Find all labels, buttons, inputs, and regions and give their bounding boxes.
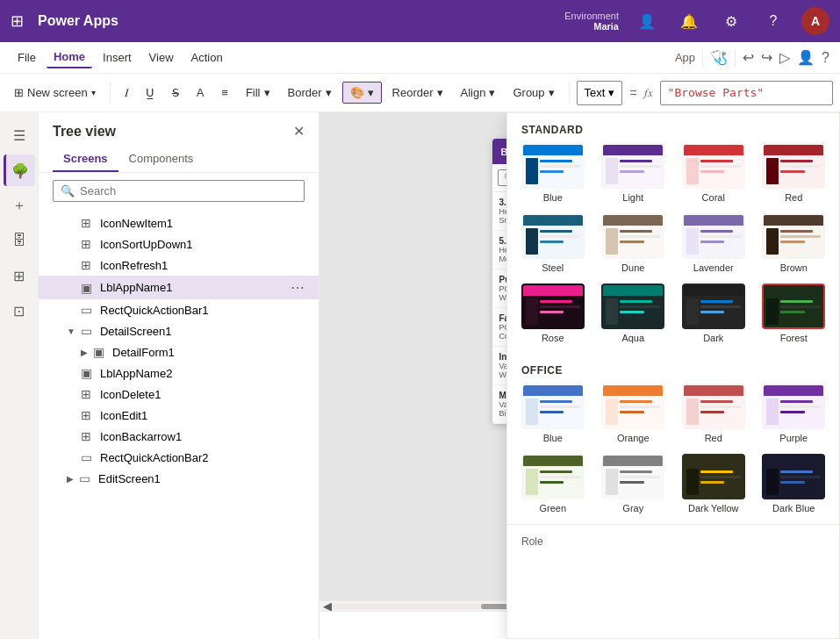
sidebar-icon-data[interactable]: 🗄	[4, 225, 35, 256]
share-icon[interactable]: 👤	[797, 49, 815, 66]
person-icon[interactable]: 👤	[633, 7, 661, 35]
align-label: Align	[461, 86, 486, 99]
format-italic-button[interactable]: 𝐼	[118, 83, 135, 104]
tree-item-iconEdit1[interactable]: ⊞ IconEdit1	[39, 405, 319, 426]
theme-office-red[interactable]: Red	[678, 384, 749, 443]
theme-dropdown-button[interactable]: 🎨 ▾	[342, 82, 382, 104]
tree-label-lblAppName2: LblAppName2	[100, 367, 305, 380]
theme-blue[interactable]: Blue	[518, 143, 588, 203]
help-icon[interactable]: ?	[759, 7, 787, 35]
top-bar-right: Environment Maria 👤 🔔 ⚙ ? A	[564, 7, 829, 35]
tree-item-lblAppName2[interactable]: ▣ LblAppName2	[39, 363, 319, 384]
fill-button[interactable]: Fill ▾	[239, 83, 277, 103]
tree-item-detailForm1[interactable]: ▶ ▣ DetailForm1	[39, 341, 319, 363]
menu-view[interactable]: View	[142, 47, 181, 68]
reorder-button[interactable]: Reorder ▾	[385, 83, 450, 103]
tree-label-iconNewItem1: IconNewItem1	[100, 217, 305, 230]
tree-item-iconSortUpDown1[interactable]: ⊞ IconSortUpDown1	[39, 233, 319, 255]
new-screen-button[interactable]: ⊞ New screen ▾	[7, 83, 103, 103]
tree-content: ⊞ IconNewItem1 ⊞ IconSortUpDown1 ⊞ IconR…	[39, 209, 319, 639]
align-button[interactable]: ≡	[214, 83, 235, 103]
theme-icon: 🎨	[350, 86, 364, 99]
sidebar-icon-plus[interactable]: ＋	[4, 190, 35, 221]
theme-office-orange-preview	[601, 384, 664, 429]
play-icon[interactable]: ▷	[779, 49, 790, 66]
formula-input[interactable]	[660, 81, 833, 105]
theme-red[interactable]: Red	[759, 143, 829, 203]
tree-item-lblAppName1[interactable]: ▣ LblAppName1 ⋯	[39, 276, 319, 299]
tree-item-iconNewItem1[interactable]: ⊞ IconNewItem1	[39, 212, 319, 233]
sidebar-icon-tree[interactable]: 🌳	[4, 154, 35, 186]
theme-aqua[interactable]: Aqua	[599, 284, 669, 343]
theme-light[interactable]: Light	[599, 143, 669, 203]
fill-label: Fill	[246, 86, 261, 99]
settings-icon[interactable]: ⚙	[717, 7, 745, 35]
theme-office-blue[interactable]: Blue	[518, 384, 588, 443]
format-strikethrough-button[interactable]: S̶	[165, 83, 186, 103]
theme-brown[interactable]: Brown	[759, 213, 829, 273]
menu-action[interactable]: Action	[184, 47, 230, 68]
menu-insert[interactable]: Insert	[96, 47, 139, 68]
tree-item-rectQuickActionBar1[interactable]: ▭ RectQuickActionBar1	[39, 299, 319, 320]
sidebar-icon-screens[interactable]: ⊞	[4, 260, 35, 291]
theme-dune[interactable]: Dune	[599, 213, 669, 273]
tree-item-iconBackarrow1[interactable]: ⊞ IconBackarrow1	[39, 426, 319, 447]
tree-item-iconRefresh1[interactable]: ⊞ IconRefresh1	[39, 255, 319, 276]
group-button[interactable]: Group ▾	[506, 83, 561, 103]
search-input[interactable]	[80, 184, 297, 197]
align-button2[interactable]: Align ▾	[454, 83, 503, 103]
sidebar-icon-expand[interactable]: ☰	[4, 119, 35, 151]
theme-office-gray[interactable]: Gray	[599, 454, 669, 513]
tree-item-iconDelete1[interactable]: ⊞ IconDelete1	[39, 384, 319, 405]
canvas-area: Browse Parts ⟳ 🔍 Search items 3.5 W/S He…	[319, 112, 840, 639]
tree-more-lblAppName1[interactable]: ⋯	[291, 279, 305, 296]
new-screen-label: New screen	[27, 86, 88, 99]
new-screen-dropdown-arrow: ▾	[91, 88, 96, 97]
menu-home[interactable]: Home	[47, 47, 92, 68]
top-bar-left: ⊞ Power Apps	[11, 11, 136, 31]
tree-close-button[interactable]: ✕	[293, 123, 305, 140]
sidebar-icon-controls[interactable]: ⊡	[4, 295, 35, 327]
tree-chevron-detailForm: ▶	[81, 348, 88, 357]
tab-screens[interactable]: Screens	[53, 147, 118, 172]
undo-icon[interactable]: ↩	[743, 49, 754, 66]
waffle-icon[interactable]: ⊞	[11, 11, 24, 31]
theme-office-orange[interactable]: Orange	[599, 384, 669, 443]
format-underline-button[interactable]: U̲	[139, 83, 162, 103]
tree-icon-lblAppName2: ▣	[81, 366, 95, 380]
theme-office-purple[interactable]: Purple	[759, 384, 829, 443]
theme-steel[interactable]: Steel	[518, 213, 588, 273]
standard-section-label: STANDARD	[507, 113, 839, 143]
formula-type-dropdown[interactable]: Text ▾	[577, 81, 623, 105]
health-icon[interactable]: 🩺	[710, 49, 728, 66]
tree-item-detailScreen1[interactable]: ▼ ▭ DetailScreen1	[39, 320, 319, 341]
theme-office-darkblue[interactable]: Dark Blue	[759, 454, 829, 513]
bell-icon[interactable]: 🔔	[675, 7, 703, 35]
tree-chevron-detail: ▼	[67, 327, 75, 336]
theme-office-gray-name: Gray	[622, 503, 643, 513]
theme-dark[interactable]: Dark	[678, 284, 749, 343]
theme-coral[interactable]: Coral	[678, 143, 749, 203]
toolbar-sep-2	[569, 83, 570, 104]
standard-themes-grid: Blue L	[507, 143, 839, 354]
border-button[interactable]: Border ▾	[281, 83, 339, 103]
help-menu-icon[interactable]: ?	[822, 50, 829, 66]
theme-coral-name: Coral	[702, 192, 725, 203]
theme-dune-name: Dune	[621, 262, 644, 273]
tab-components[interactable]: Components	[118, 147, 205, 172]
theme-rose[interactable]: Rose	[518, 284, 588, 343]
theme-brown-preview	[762, 213, 825, 259]
theme-office-green-preview	[521, 454, 585, 499]
top-bar: ⊞ Power Apps Environment Maria 👤 🔔 ⚙ ? A	[0, 0, 840, 42]
redo-icon[interactable]: ↪	[761, 49, 772, 66]
theme-office-darkyellow[interactable]: Dark Yellow	[678, 454, 749, 513]
tree-search-box: 🔍	[53, 180, 305, 202]
menu-file[interactable]: File	[11, 47, 43, 68]
font-button[interactable]: A	[190, 83, 212, 103]
tree-item-rectQuickActionBar2[interactable]: ▭ RectQuickActionBar2	[39, 447, 319, 468]
theme-lavender[interactable]: Lavender	[678, 213, 749, 273]
avatar[interactable]: A	[801, 7, 829, 35]
theme-office-green[interactable]: Green	[518, 454, 588, 513]
tree-item-editScreen1[interactable]: ▶ ▭ EditScreen1	[39, 468, 319, 489]
theme-forest[interactable]: Forest	[759, 284, 829, 343]
